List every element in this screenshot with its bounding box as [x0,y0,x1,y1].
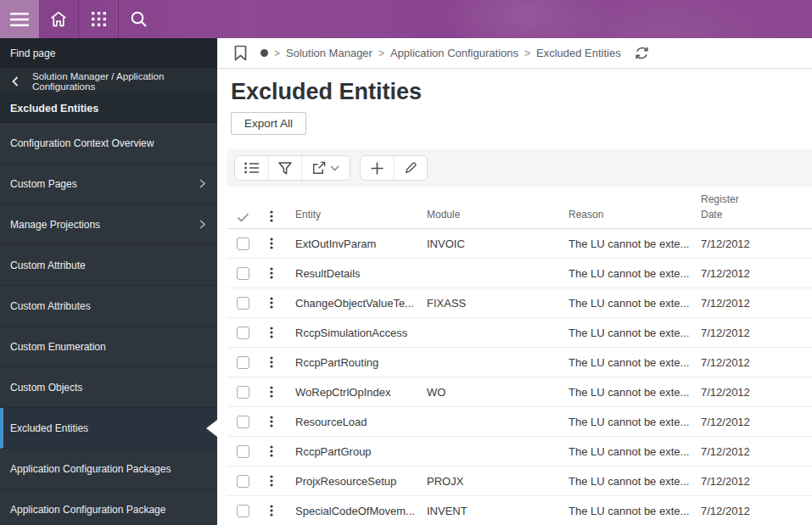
cell-entity[interactable]: ResourceLoad [285,416,417,428]
app-grid-icon[interactable] [79,0,118,38]
cell-reason: The LU cannot be exte... [558,445,691,458]
column-header-reason[interactable]: Reason [558,208,691,222]
select-all-check-icon[interactable] [238,213,249,222]
row-kebab-icon[interactable] [270,416,273,427]
cell-reason: The LU cannot be exte... [558,297,691,310]
row-checkbox[interactable] [237,237,249,250]
breadcrumb-item-solution-manager[interactable]: Solution Manager [286,47,372,59]
back-label: Solution Manager / Application Configura… [32,71,217,92]
sidebar-item-custom-objects[interactable]: Custom Objects [0,367,217,408]
cell-reason: The LU cannot be exte... [558,416,691,428]
row-kebab-icon[interactable] [270,267,273,279]
list-view-icon[interactable] [235,156,268,180]
breadcrumb: > Solution Manager > Application Configu… [217,38,812,69]
navigation-sidebar: Find page Solution Manager / Application… [0,38,217,525]
row-checkbox[interactable] [237,356,249,369]
header-kebab-icon[interactable] [270,210,273,222]
cell-entity[interactable]: ResultDetails [285,267,417,280]
table-row[interactable]: WoRepCtrlOpIndex WO The LU cannot be ext… [227,377,812,407]
table-row[interactable]: ExtOutInvParam INVOIC The LU cannot be e… [227,229,812,259]
cell-entity[interactable]: ExtOutInvParam [285,237,417,250]
filter-icon[interactable] [268,156,301,180]
row-kebab-icon[interactable] [270,505,273,517]
hamburger-menu-icon[interactable] [0,0,39,38]
sidebar-item-application-configuration-packages[interactable]: Application Configuration Packages [0,449,217,489]
bookmark-icon[interactable] [234,45,247,61]
table-row[interactable]: ProjxResourceSetup PROJX The LU cannot b… [227,466,812,496]
chevron-left-icon [12,76,19,87]
row-kebab-icon[interactable] [270,445,273,457]
row-kebab-icon[interactable] [270,297,273,309]
row-checkbox[interactable] [237,386,249,399]
sidebar-item-label: Custom Pages [10,178,199,190]
row-checkbox[interactable] [237,327,249,339]
column-header-module[interactable]: Module [417,208,558,222]
cell-register-date: 7/12/2012 [691,267,812,280]
sidebar-item-custom-attributes[interactable]: Custom Attributes [0,286,217,327]
cell-entity[interactable]: RccpPartGroup [285,445,417,458]
find-page-input[interactable]: Find page [0,38,217,68]
search-icon[interactable] [119,0,158,38]
cell-entity[interactable]: RccpSimulationAccess [285,327,417,339]
table-row[interactable]: ChangeObjectValueTe... FIXASS The LU can… [227,288,812,318]
home-icon[interactable] [39,0,78,38]
column-header-register-date[interactable]: Register Date [691,193,812,222]
cell-register-date: 7/12/2012 [691,416,812,428]
row-kebab-icon[interactable] [270,475,273,487]
row-checkbox[interactable] [237,505,249,517]
row-kebab-icon[interactable] [270,327,273,338]
table-row[interactable]: RccpPartRouting The LU cannot be exte...… [227,348,812,377]
selected-item-caret [206,420,217,437]
breadcrumb-separator: > [378,47,384,59]
sidebar-item-custom-pages[interactable]: Custom Pages [0,164,217,204]
cell-register-date: 7/12/2012 [691,356,812,369]
share-icon [312,161,326,175]
cell-reason: The LU cannot be exte... [558,237,691,250]
chevron-right-icon [199,179,205,188]
cell-module: PROJX [417,475,558,488]
table-row[interactable]: RccpPartGroup The LU cannot be exte... 7… [227,437,812,466]
cell-entity[interactable]: SpecialCodeOfMovem... [285,505,417,517]
edit-tools-group [360,155,428,181]
breadcrumb-item-application-configurations[interactable]: Application Configurations [390,47,518,59]
table-row[interactable]: ResourceLoad The LU cannot be exte... 7/… [227,407,812,437]
row-checkbox[interactable] [237,416,249,428]
sidebar-item-configuration-context-overview[interactable]: Configuration Context Overview [0,123,217,164]
edit-icon[interactable] [394,156,427,180]
top-app-bar [0,0,812,38]
chevron-down-icon [330,165,339,171]
table-row[interactable]: RccpSimulationAccess The LU cannot be ex… [227,318,812,348]
breadcrumb-item-excluded-entities[interactable]: Excluded Entities [536,47,621,59]
sidebar-item-excluded-entities[interactable]: Excluded Entities [0,408,217,449]
cell-register-date: 7/12/2012 [691,386,812,399]
cell-register-date: 7/12/2012 [691,327,812,339]
share-button[interactable] [301,156,350,180]
cell-entity[interactable]: ChangeObjectValueTe... [285,297,417,310]
row-kebab-icon[interactable] [270,237,273,249]
table-row[interactable]: SpecialCodeOfMovem... INVENT The LU cann… [227,496,812,525]
cell-module: WO [417,386,558,399]
cell-entity[interactable]: ProjxResourceSetup [285,475,417,488]
sidebar-item-custom-enumeration[interactable]: Custom Enumeration [0,327,217,367]
row-checkbox[interactable] [237,475,249,488]
sidebar-item-application-configuration-package[interactable]: Application Configuration Package [0,489,217,525]
sidebar-back-button[interactable]: Solution Manager / Application Configura… [0,68,217,94]
row-kebab-icon[interactable] [270,386,273,398]
row-kebab-icon[interactable] [270,356,273,368]
row-checkbox[interactable] [237,297,249,310]
column-header-entity[interactable]: Entity [285,208,417,222]
refresh-icon[interactable] [635,47,649,59]
cell-entity[interactable]: RccpPartRouting [285,356,417,369]
sidebar-item-label: Excluded Entities [10,422,205,434]
sidebar-item-manage-projections[interactable]: Manage Projections [0,204,217,245]
find-page-label: Find page [10,47,55,59]
table-row[interactable]: ResultDetails The LU cannot be exte... 7… [227,259,812,288]
row-checkbox[interactable] [237,267,249,280]
record-dot-icon [260,49,268,57]
cell-reason: The LU cannot be exte... [558,356,691,369]
add-icon[interactable] [361,156,394,180]
sidebar-item-custom-attribute[interactable]: Custom Attribute [0,245,217,286]
row-checkbox[interactable] [237,445,249,458]
export-all-button[interactable]: Export All [231,112,306,135]
cell-entity[interactable]: WoRepCtrlOpIndex [285,386,417,399]
